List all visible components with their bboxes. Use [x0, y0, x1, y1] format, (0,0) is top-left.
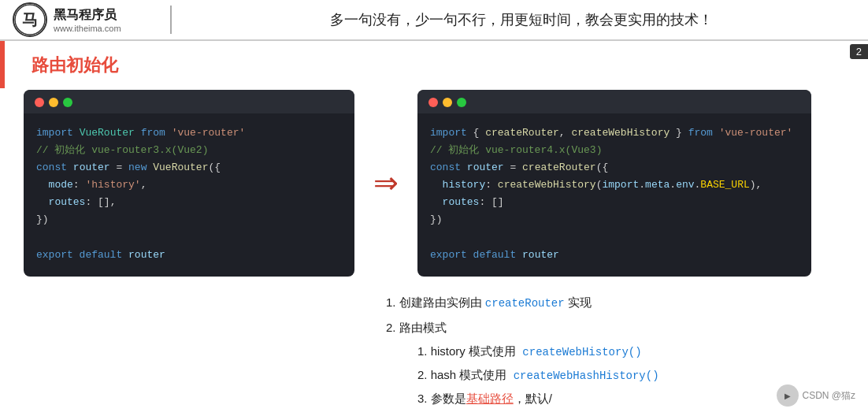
note-item-2: 2. 路由模式 1. history 模式使用 createWebHistory…: [386, 316, 844, 410]
note-sub-item-2: 2. hash 模式使用 createWebHashHistory(): [417, 363, 844, 387]
left-code-panel: import VueRouter from 'vue-router' // 初始…: [24, 90, 354, 277]
code-line: [36, 229, 342, 247]
note-code-createWebHistory: createWebHistory(): [522, 346, 641, 358]
dot-yellow-right: [443, 98, 452, 107]
dot-red-right: [428, 98, 438, 107]
note-item-1: 1. 创建路由实例由 createRouter 实现: [386, 291, 844, 314]
svg-text:马: 马: [22, 11, 38, 28]
code-line: }): [36, 211, 342, 228]
right-code-panel: import { createRouter, createWebHistory …: [417, 90, 811, 277]
watermark: ▶ CSDN @猫z: [777, 384, 855, 407]
header-slogan: 多一句没有，少一句不行，用更短时间，教会更实用的技术！: [187, 10, 855, 29]
code-line: // 初始化 vue-router4.x(Vue3): [430, 142, 799, 159]
code-line: [430, 229, 799, 247]
code-line: history: createWebHistory(import.meta.en…: [430, 176, 799, 194]
arrow-symbol: ⇒: [373, 165, 399, 200]
code-line: const router = new VueRouter({: [36, 159, 342, 176]
header-divider: [170, 6, 172, 34]
code-line: export default router: [430, 247, 799, 264]
watermark-icon: ▶: [777, 384, 799, 407]
dot-yellow-left: [49, 98, 58, 107]
code-line: import { createRouter, createWebHistory …: [430, 124, 799, 142]
dot-green-right: [457, 98, 466, 107]
code-line: export default router: [36, 247, 342, 264]
section-title: 路由初始化: [32, 54, 844, 77]
left-panel-dots: [24, 90, 354, 113]
note-sub-item-1: 1. history 模式使用 createWebHistory(): [417, 340, 844, 363]
panels-row: import VueRouter from 'vue-router' // 初始…: [24, 90, 844, 277]
right-code-body: import { createRouter, createWebHistory …: [417, 113, 811, 277]
note-base-path: 基础路径: [466, 392, 514, 405]
right-panel-dots: [417, 90, 811, 113]
code-line: mode: 'history',: [36, 176, 342, 194]
main-content: 路由初始化 import VueRouter from 'vue-router'…: [0, 41, 868, 416]
note-code-createWebHashHistory: createWebHashHistory(): [514, 370, 659, 382]
arrow-indicator: ⇒: [354, 165, 417, 200]
code-line: routes: []: [430, 194, 799, 211]
notes-section: 1. 创建路由实例由 createRouter 实现 2. 路由模式 1. hi…: [386, 291, 844, 410]
note-sublist: 1. history 模式使用 createWebHistory() 2. ha…: [386, 340, 844, 410]
notes-list: 1. 创建路由实例由 createRouter 实现 2. 路由模式 1. hi…: [386, 291, 844, 410]
code-line: const router = createRouter({: [430, 159, 799, 176]
dot-green-left: [63, 98, 72, 107]
logo-sub-text: www.itheima.com: [54, 24, 121, 33]
watermark-text: CSDN @猫z: [802, 389, 855, 403]
logo-text: 黑马程序员 www.itheima.com: [54, 7, 121, 33]
logo-area: 马 黑马程序员 www.itheima.com: [13, 2, 154, 37]
header: 马 黑马程序员 www.itheima.com 多一句没有，少一句不行，用更短时…: [0, 0, 868, 41]
code-line: import VueRouter from 'vue-router': [36, 124, 342, 142]
logo-circle: 马: [13, 2, 47, 37]
code-line: routes: [],: [36, 194, 342, 211]
code-line: // 初始化 vue-router3.x(Vue2): [36, 142, 342, 159]
dot-red-left: [35, 98, 44, 107]
code-line: }): [430, 211, 799, 228]
note-code-createRouter: createRouter: [485, 297, 565, 310]
left-code-body: import VueRouter from 'vue-router' // 初始…: [24, 113, 354, 277]
logo-main-text: 黑马程序员: [54, 7, 121, 24]
